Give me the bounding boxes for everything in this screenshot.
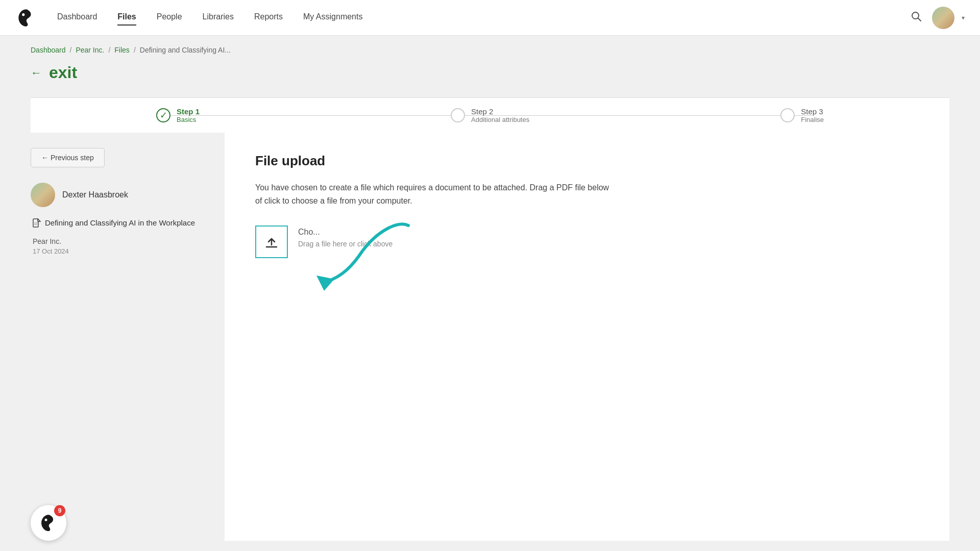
search-icon[interactable] (911, 11, 922, 24)
sidebar: ← Previous step Dexter Haasbroek (31, 133, 225, 541)
sidebar-file-title: Defining and Classifying AI in the Workp… (45, 217, 195, 228)
step-2-info: Step 2 Additional attributes (471, 107, 529, 123)
svg-line-2 (918, 18, 921, 21)
prev-step-label: ← Previous step (41, 154, 94, 162)
content-panel: ← Previous step Dexter Haasbroek (31, 133, 949, 541)
main-content: Dashboard / Pear Inc. / Files / Defining… (0, 36, 980, 551)
widget-circle[interactable]: 9 (31, 505, 66, 541)
bottom-widget[interactable]: 9 (31, 505, 66, 541)
step-3-info: Step 3 Finalise (801, 107, 824, 123)
step-1-sublabel: Basics (177, 116, 200, 123)
nav-people[interactable]: People (157, 12, 182, 23)
sidebar-org: Pear Inc. (33, 237, 209, 245)
breadcrumb-sep-3: / (134, 46, 136, 54)
breadcrumb-sep-2: / (108, 46, 110, 54)
upload-file-button[interactable] (255, 226, 288, 258)
upload-drag-label: Drag a file here or click above (298, 240, 393, 248)
previous-step-button[interactable]: ← Previous step (31, 148, 105, 167)
exit-label[interactable]: exit (49, 63, 77, 82)
nav-links: Dashboard Files People Libraries Reports… (57, 12, 911, 23)
breadcrumb-current: Defining and Classifying AI... (140, 46, 231, 54)
nav-libraries[interactable]: Libraries (203, 12, 234, 23)
sidebar-file-info: Defining and Classifying AI in the Workp… (33, 217, 209, 255)
nav-dashboard[interactable]: Dashboard (57, 12, 97, 23)
widget-badge: 9 (54, 505, 65, 516)
nav-my-assignments[interactable]: My Assignments (303, 12, 362, 23)
sidebar-avatar (31, 183, 55, 207)
breadcrumb-dashboard[interactable]: Dashboard (31, 46, 66, 54)
step-1-info: Step 1 Basics (177, 107, 200, 123)
step-2-label: Step 2 (471, 107, 529, 116)
step-2-circle (451, 108, 465, 122)
upload-choose-label: Cho... (298, 226, 393, 237)
step-3-label: Step 3 (801, 107, 824, 116)
upload-text-area: Cho... Drag a file here or click above (298, 226, 393, 248)
step-2-sublabel: Additional attributes (471, 116, 529, 123)
breadcrumb-org[interactable]: Pear Inc. (76, 46, 104, 54)
breadcrumb: Dashboard / Pear Inc. / Files / Defining… (31, 46, 949, 54)
step-1-circle: ✓ (156, 108, 170, 122)
svg-point-0 (22, 13, 24, 16)
sidebar-username: Dexter Haasbroek (62, 190, 128, 199)
nav-reports[interactable]: Reports (254, 12, 283, 23)
user-menu[interactable]: ▾ (932, 7, 965, 29)
steps-progress: ✓ Step 1 Basics Step 2 Additional attrib… (31, 97, 949, 133)
upload-title: File upload (255, 153, 919, 169)
exit-header: ← exit (31, 63, 949, 82)
nav-files[interactable]: Files (117, 12, 136, 23)
back-arrow-icon[interactable]: ← (31, 66, 42, 80)
sidebar-user: Dexter Haasbroek (31, 183, 209, 207)
chevron-down-icon: ▾ (962, 14, 965, 21)
upload-widget: Cho... Drag a file here or click above (255, 226, 919, 258)
step-1-item: ✓ Step 1 Basics (156, 107, 200, 123)
upload-description: You have chosen to create a file which r… (255, 181, 612, 207)
svg-marker-6 (316, 276, 334, 291)
step-3-sublabel: Finalise (801, 116, 824, 123)
step-2-item: Step 2 Additional attributes (451, 107, 529, 123)
app-logo[interactable] (15, 7, 37, 29)
step-3-circle (780, 108, 795, 122)
breadcrumb-files[interactable]: Files (114, 46, 130, 54)
sidebar-date: 17 Oct 2024 (33, 247, 209, 255)
breadcrumb-sep-1: / (70, 46, 72, 54)
avatar[interactable] (932, 7, 954, 29)
step-1-label: Step 1 (177, 107, 200, 116)
navbar: Dashboard Files People Libraries Reports… (0, 0, 980, 36)
sidebar-filename: Defining and Classifying AI in the Workp… (33, 217, 209, 230)
step-3-item: Step 3 Finalise (780, 107, 824, 123)
upload-area: File upload You have chosen to create a … (225, 133, 949, 541)
file-icon (33, 218, 41, 230)
svg-point-7 (45, 519, 47, 521)
